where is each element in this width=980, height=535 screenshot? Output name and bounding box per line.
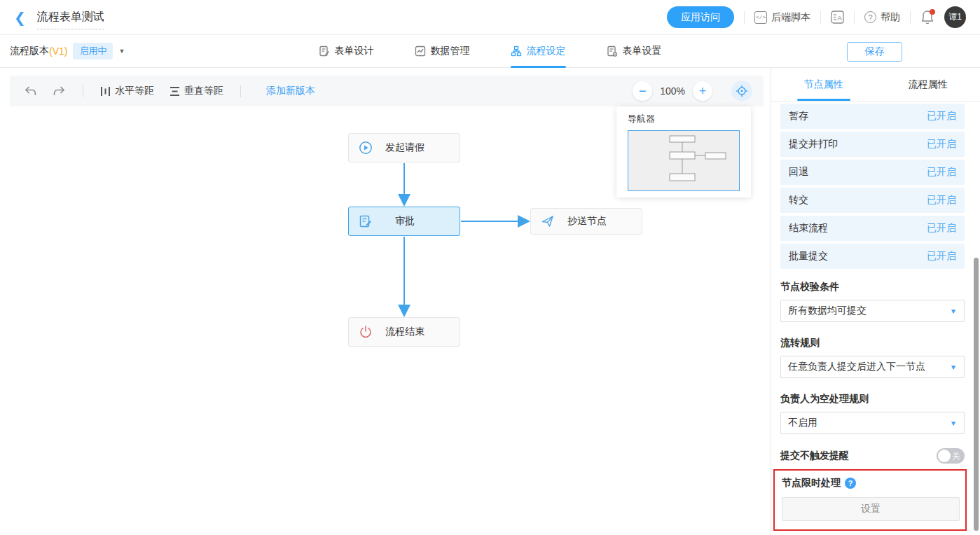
save-button[interactable]: 保存 <box>847 42 902 62</box>
redo-icon <box>53 85 66 97</box>
navigator-panel: 导航器 <box>616 106 751 197</box>
version-tag: (V1) <box>49 46 67 57</box>
time-limit-label: 节点限时处理 <box>782 477 841 489</box>
sidebar-content: 暂存 已开启 提交并打印 已开启 回退 已开启 转交 已开启 结束流程 已开启 … <box>771 102 980 535</box>
option-row-batch-submit[interactable]: 批量提交 已开启 <box>780 244 965 269</box>
chevron-down-icon: ▼ <box>950 419 957 427</box>
horizontal-spacing-icon <box>100 86 111 97</box>
help-icon[interactable]: ? <box>845 478 856 489</box>
version-selector[interactable]: 流程版本 (V1) 启用中 ▼ <box>10 43 125 60</box>
tab-form-design[interactable]: 表单设计 <box>319 35 374 68</box>
chevron-down-icon[interactable]: ▼ <box>118 48 125 55</box>
empty-owner-select[interactable]: 不启用 ▼ <box>780 412 965 434</box>
sub-header: 流程版本 (V1) 启用中 ▼ 表单设计 数据管理 <box>0 35 980 68</box>
translate-icon: A <box>831 11 844 24</box>
reminder-toggle-label: 提交不触发提醒 <box>780 450 849 462</box>
help-label: 帮助 <box>881 11 900 24</box>
help-button[interactable]: ? 帮助 <box>864 11 900 24</box>
divider <box>83 85 83 97</box>
app-access-button[interactable]: 应用访问 <box>667 6 734 28</box>
chevron-down-icon: ▼ <box>950 307 957 315</box>
option-status: 已开启 <box>927 222 956 235</box>
tab-flow-properties[interactable]: 流程属性 <box>876 68 980 101</box>
section-label-empty-owner: 负责人为空处理规则 <box>780 392 965 406</box>
option-row-save-draft[interactable]: 暂存 已开启 <box>780 104 965 129</box>
tab-flow-settings[interactable]: 流程设定 <box>511 35 566 68</box>
zoom-out-button[interactable]: − <box>633 81 652 101</box>
tab-form-settings[interactable]: 表单设置 <box>607 35 662 68</box>
sidebar-tabs: 节点属性 流程属性 <box>771 68 980 102</box>
redo-button[interactable] <box>50 83 69 99</box>
svg-text:A: A <box>838 14 843 22</box>
question-icon: ? <box>864 11 876 23</box>
zoom-in-button[interactable]: + <box>693 81 712 101</box>
notification-bell-icon[interactable] <box>920 10 934 25</box>
divider <box>240 85 241 97</box>
data-chart-icon <box>415 46 426 57</box>
version-label: 流程版本 <box>10 45 49 57</box>
flow-rule-select[interactable]: 任意负责人提交后进入下一节点 ▼ <box>780 356 965 378</box>
flow-canvas[interactable]: 水平等距 垂直等距 添加新版本 − 100% + <box>0 68 771 535</box>
node-label: 流程结束 <box>373 326 437 338</box>
approval-form-icon <box>359 214 373 228</box>
sidebar-scrollbar[interactable] <box>974 258 979 531</box>
option-status: 已开启 <box>927 250 956 263</box>
power-icon <box>359 325 373 339</box>
form-settings-icon <box>607 46 618 57</box>
switch-state: 关 <box>952 450 960 462</box>
back-icon[interactable]: ❮ <box>14 11 26 25</box>
notification-dot <box>930 9 935 15</box>
chevron-down-icon: ▼ <box>950 363 957 371</box>
option-status: 已开启 <box>927 138 956 151</box>
time-limit-setup-button[interactable]: 设置 <box>782 497 960 521</box>
divider <box>744 11 745 24</box>
option-status: 已开启 <box>927 166 956 179</box>
backend-script-label: 后端脚本 <box>771 11 810 24</box>
vertical-spacing-button[interactable]: 垂直等距 <box>167 82 226 100</box>
undo-button[interactable] <box>21 83 40 99</box>
node-start[interactable]: 发起请假 <box>348 133 460 162</box>
locate-center-button[interactable] <box>731 81 752 102</box>
switch-knob <box>938 450 951 462</box>
add-version-button[interactable]: 添加新版本 <box>266 85 315 97</box>
zoom-level: 100% <box>660 85 685 97</box>
validation-condition-select[interactable]: 所有数据均可提交 ▼ <box>780 300 965 322</box>
top-bar: ❮ 流程表单测试 应用访问 </> 后端脚本 A ? <box>0 0 980 35</box>
page-title: 流程表单测试 <box>37 10 104 29</box>
form-design-icon <box>319 46 330 57</box>
option-row-submit-print[interactable]: 提交并打印 已开启 <box>780 132 965 157</box>
option-row-end-flow[interactable]: 结束流程 已开启 <box>780 216 965 241</box>
section-label-flow-rule: 流转规则 <box>780 336 965 350</box>
horizontal-spacing-button[interactable]: 水平等距 <box>97 82 157 100</box>
navigator-minimap[interactable] <box>628 130 740 191</box>
status-badge: 启用中 <box>73 43 113 60</box>
backend-script-button[interactable]: </> 后端脚本 <box>754 11 810 24</box>
undo-icon <box>24 85 37 97</box>
node-label: 审批 <box>373 215 437 228</box>
option-row-transfer[interactable]: 转交 已开启 <box>780 188 965 213</box>
divider <box>910 11 911 24</box>
flow-icon <box>511 46 522 57</box>
tab-node-properties[interactable]: 节点属性 <box>771 68 876 101</box>
navigator-title: 导航器 <box>628 113 740 125</box>
reminder-toggle-switch[interactable]: 关 <box>937 448 965 464</box>
vertical-spacing-icon <box>170 86 180 97</box>
node-label: 抄送节点 <box>555 215 619 228</box>
tab-data-management[interactable]: 数据管理 <box>415 35 470 68</box>
divider <box>854 11 855 24</box>
option-row-rollback[interactable]: 回退 已开启 <box>780 160 965 185</box>
play-icon <box>359 141 373 155</box>
paper-plane-icon <box>541 214 555 228</box>
translate-button[interactable]: A <box>831 11 844 24</box>
app-window: ❮ 流程表单测试 应用访问 </> 后端脚本 A ? <box>0 0 980 535</box>
divider <box>820 11 821 24</box>
node-cc[interactable]: 抄送节点 <box>530 208 642 235</box>
option-status: 已开启 <box>927 110 956 123</box>
node-approval[interactable]: 审批 <box>348 207 460 236</box>
properties-sidebar: 节点属性 流程属性 暂存 已开启 提交并打印 已开启 回退 已开启 转交 已开启… <box>771 68 980 535</box>
node-end[interactable]: 流程结束 <box>348 317 460 347</box>
module-tabs: 表单设计 数据管理 流程设定 <box>319 35 662 68</box>
avatar[interactable]: 谭1 <box>944 6 966 28</box>
reminder-toggle-row: 提交不触发提醒 关 <box>780 448 965 464</box>
code-icon: </> <box>754 11 767 24</box>
